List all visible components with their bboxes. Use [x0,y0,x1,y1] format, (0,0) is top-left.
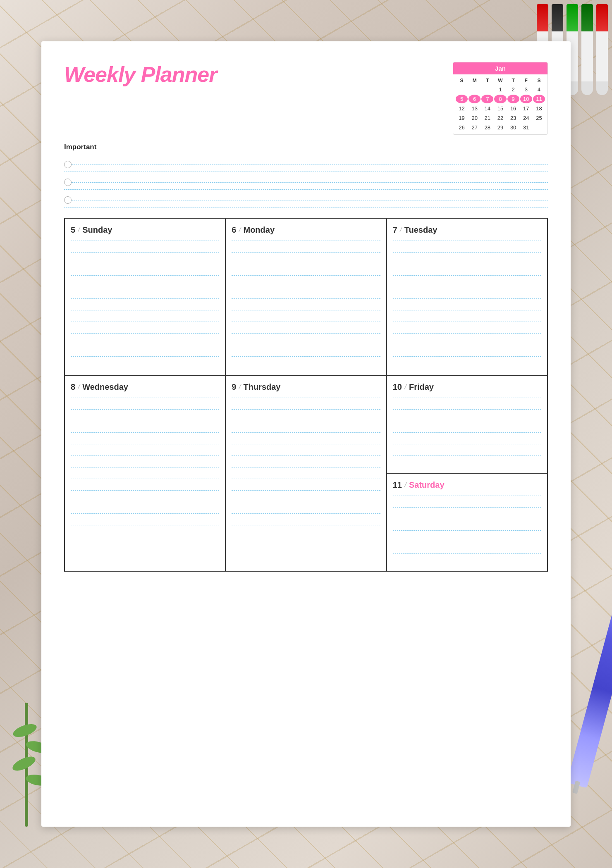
important-divider [64,154,548,154]
important-divider-4 [64,207,548,207]
day-name-wednesday: Wednesday [82,382,128,392]
day-slash-saturday: / [404,481,406,489]
calendar-header: Jan [453,62,547,74]
day-slash-tuesday: / [400,226,402,234]
day-cell-thursday: 9 / Thursday [226,376,387,572]
day-cell-tuesday: 7 / Tuesday [387,219,548,376]
important-item-2 [64,179,548,186]
cal-day-10[interactable]: 10 [520,95,532,103]
important-section: Important [64,143,548,207]
important-divider-2 [64,172,548,172]
cal-day-1[interactable]: 1 [494,85,506,94]
day-slash-wednesday: / [78,383,80,391]
cal-day-26[interactable]: 26 [456,123,468,132]
dow-wed: W [494,77,506,84]
day-header-thursday: 9 / Thursday [232,382,380,392]
day-name-thursday: Thursday [243,382,280,392]
important-checkbox-1[interactable] [64,161,72,168]
cal-day-24[interactable]: 24 [520,114,532,122]
cal-day-17[interactable]: 17 [520,104,532,113]
cal-day-19[interactable]: 19 [456,114,468,122]
important-item-3 [64,196,548,204]
cal-day-28[interactable]: 28 [481,123,493,132]
day-header-friday: 10 / Friday [393,382,541,392]
important-checkbox-2[interactable] [64,179,72,186]
cal-day-15[interactable]: 15 [494,104,506,113]
cal-day-5[interactable]: 5 [456,95,468,103]
cal-day-29[interactable]: 29 [494,123,506,132]
day-name-friday: Friday [409,382,434,392]
day-header-saturday: 11 / Saturday [393,480,541,490]
cal-day-4[interactable]: 4 [533,85,545,94]
dow-fri: F [520,77,532,84]
schedule-area: 5 / Sunday [64,218,548,572]
cal-day-7[interactable]: 7 [481,95,493,103]
cal-day-empty[interactable] [456,85,468,94]
marker-red2 [596,4,608,95]
cal-day-14[interactable]: 14 [481,104,493,113]
day-lines-monday [232,241,380,368]
day-name-tuesday: Tuesday [404,225,437,235]
top-row: 5 / Sunday [65,219,548,376]
cal-day-18[interactable]: 18 [533,104,545,113]
cal-day-25[interactable]: 25 [533,114,545,122]
cal-day-21[interactable]: 21 [481,114,493,122]
day-name-saturday: Saturday [409,480,445,490]
day-section-saturday: 11 / Saturday [387,474,547,571]
cal-day-31[interactable]: 31 [520,123,532,132]
important-line-1 [72,165,548,165]
cal-day-empty[interactable] [481,85,493,94]
day-section-friday: 10 / Friday [387,376,547,474]
day-lines-thursday [232,398,380,537]
day-num-thursday: 9 [232,382,236,392]
cal-day-6[interactable]: 6 [469,95,481,103]
planner-header: Weekly Planner Jan S M T W T F S 1 2 3 4 [64,62,548,135]
day-cell-monday: 6 / Monday [226,219,387,376]
dow-thu: T [507,77,519,84]
day-header-sunday: 5 / Sunday [71,225,219,235]
cal-day-27[interactable]: 27 [469,123,481,132]
cal-day-11[interactable]: 11 [533,95,545,103]
marker-darkgreen [581,4,593,95]
cal-day-20[interactable]: 20 [469,114,481,122]
day-slash-thursday: / [239,383,241,391]
planner-title: Weekly Planner [64,62,217,87]
day-cell-wednesday: 8 / Wednesday [65,376,226,572]
cal-day-8[interactable]: 8 [494,95,506,103]
day-slash-friday: / [404,383,406,391]
cal-day-3[interactable]: 3 [520,85,532,94]
important-item-1 [64,161,548,168]
day-name-sunday: Sunday [82,225,112,235]
important-line-2 [72,182,548,183]
day-slash-monday: / [239,226,241,234]
cal-day-2[interactable]: 2 [507,85,519,94]
day-slash-sunday: / [78,226,80,234]
cal-day-9[interactable]: 9 [507,95,519,103]
dow-sat: S [533,77,545,84]
day-num-sunday: 5 [71,225,75,235]
day-lines-sunday [71,241,219,368]
day-num-tuesday: 7 [393,225,397,235]
cal-day-16[interactable]: 16 [507,104,519,113]
cal-day-empty[interactable] [469,85,481,94]
important-checkbox-3[interactable] [64,196,72,204]
cal-day-12[interactable]: 12 [456,104,468,113]
planner-card: Weekly Planner Jan S M T W T F S 1 2 3 4 [41,41,571,827]
dow-mon: M [469,77,481,84]
mini-calendar: Jan S M T W T F S 1 2 3 4 5 6 [453,62,548,135]
plant-leaf-3 [11,754,38,773]
dow-sun: S [456,77,468,84]
day-header-monday: 6 / Monday [232,225,380,235]
important-divider-3 [64,189,548,190]
cal-day-22[interactable]: 22 [494,114,506,122]
day-num-monday: 6 [232,225,236,235]
day-cell-fri-sat: 10 / Friday 11 [387,376,548,572]
cal-day-13[interactable]: 13 [469,104,481,113]
day-num-wednesday: 8 [71,382,75,392]
dow-tue: T [481,77,493,84]
bottom-row: 8 / Wednesday [65,376,548,572]
cal-day-30[interactable]: 30 [507,123,519,132]
day-num-friday: 10 [393,382,402,392]
cal-day-23[interactable]: 23 [507,114,519,122]
day-lines-saturday [393,496,541,565]
